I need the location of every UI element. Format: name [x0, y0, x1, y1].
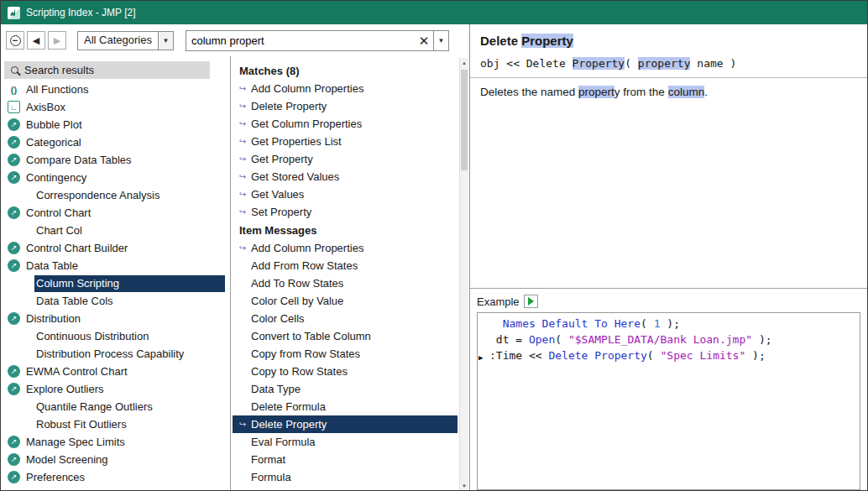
- chevron-down-icon[interactable]: ▼: [158, 32, 173, 50]
- search-history-arrow[interactable]: ▼: [434, 30, 449, 51]
- tree-item-quantile-range-outliers[interactable]: Quantile Range Outliers: [1, 398, 230, 415]
- match-item-color-cell-by-value[interactable]: Color Cell by Value: [233, 292, 458, 310]
- search-field: ✕: [186, 30, 434, 51]
- parens-icon: (): [8, 83, 20, 96]
- tree-item-label: Bubble Plot: [24, 117, 87, 133]
- match-item-get-stored-values[interactable]: ↪Get Stored Values: [233, 168, 458, 185]
- match-item-label: Delete Property: [251, 98, 332, 115]
- scroll-up-icon[interactable]: ▲: [460, 58, 468, 67]
- match-item-format[interactable]: Format: [233, 451, 458, 468]
- tree-item-correspondence-analysis[interactable]: Correspondence Analysis: [1, 186, 230, 204]
- tree-item-continuous-distribution[interactable]: Continuous Distribution: [1, 327, 230, 345]
- match-item-add-column-properties[interactable]: ↪Add Column Properties: [233, 239, 458, 257]
- back-button[interactable]: ◀: [27, 31, 45, 50]
- tree-item-compare-data-tables[interactable]: ↗Compare Data Tables: [1, 151, 230, 169]
- matches-list: ↪Add Column Properties↪Delete Property↪G…: [233, 80, 458, 221]
- tree-item-data-table-cols[interactable]: Data Table Cols: [1, 292, 230, 310]
- match-item-label: Get Stored Values: [251, 169, 344, 185]
- tree-item-label: Continuous Distribution: [34, 328, 154, 345]
- tree-item-explore-outliers[interactable]: ↗Explore Outliers: [1, 380, 230, 398]
- code-token: dt =: [489, 333, 529, 346]
- tree-item-label: Column Scripting: [34, 275, 225, 292]
- match-item-color-cells[interactable]: Color Cells: [233, 310, 458, 327]
- match-item-delete-formula[interactable]: Delete Formula: [233, 398, 458, 415]
- tree-item-label: Quantile Range Outliers: [34, 399, 158, 415]
- match-item-get-values[interactable]: ↪Get Values: [233, 185, 458, 203]
- match-item-add-column-properties[interactable]: ↪Add Column Properties: [233, 80, 458, 97]
- tree-item-label: Explore Outliers: [24, 381, 108, 398]
- match-item-get-column-properties[interactable]: ↪Get Column Properties: [233, 115, 458, 133]
- match-item-label: Eval Formula: [251, 434, 321, 451]
- tree-item-label: Data Table: [24, 258, 83, 274]
- tree-item-manage-spec-limits[interactable]: ↗Manage Spec Limits: [1, 433, 230, 451]
- tree-item-label: Model Screening: [24, 452, 113, 468]
- tree-item-preferences[interactable]: ↗Preferences: [1, 468, 230, 486]
- match-item-eval-formula[interactable]: Eval Formula: [233, 433, 458, 451]
- match-item-add-from-row-states[interactable]: Add From Row States: [233, 257, 458, 274]
- category-icon: ↗: [8, 154, 20, 166]
- script-icon: ↪: [239, 208, 251, 217]
- matches-count-header: Matches (8): [233, 61, 458, 80]
- tree-item-categorical[interactable]: ↗Categorical: [1, 133, 230, 151]
- title-bar: Scripting Index - JMP [2]: [1, 1, 867, 24]
- match-item-set-property[interactable]: ↪Set Property: [233, 203, 458, 221]
- tree-item-axisbox[interactable]: ∟AxisBox: [1, 98, 230, 116]
- category-icon: ↗: [8, 436, 20, 448]
- script-icon: ↪: [239, 120, 251, 128]
- tree-item-label: Contingency: [24, 170, 92, 186]
- run-script-icon[interactable]: [524, 295, 538, 308]
- tree-item-label: Correspondence Analysis: [34, 187, 165, 204]
- code-token: [489, 317, 503, 330]
- tree-item-chart-col[interactable]: Chart Col: [1, 222, 230, 239]
- tree-item-label: Manage Spec Limits: [24, 434, 130, 451]
- tree-item-label: Chart Col: [34, 222, 87, 239]
- code-line: Names Default To Here( 1 );: [478, 316, 860, 332]
- tree-item-distribution[interactable]: ↗Distribution: [1, 310, 230, 327]
- category-tree-panel: Search results ()All Functions∟AxisBox↗B…: [1, 56, 230, 490]
- match-item-label: Get Property: [251, 151, 318, 168]
- match-item-get-property[interactable]: ↪Get Property: [233, 150, 458, 168]
- match-item-convert-to-table-column[interactable]: Convert to Table Column: [233, 327, 458, 345]
- search-highlight: propert: [578, 86, 614, 98]
- tree-item-model-screening[interactable]: ↗Model Screening: [1, 451, 230, 468]
- match-item-copy-to-row-states[interactable]: Copy to Row States: [233, 363, 458, 380]
- category-icon: ↗: [8, 365, 20, 378]
- match-item-delete-property[interactable]: ↪Delete Property: [233, 97, 458, 115]
- tree-item-contingency[interactable]: ↗Contingency: [1, 169, 230, 186]
- scrollbar-thumb[interactable]: [461, 70, 468, 170]
- match-item-delete-property[interactable]: ↪Delete Property: [233, 415, 458, 433]
- tree-item-distribution-process-capability[interactable]: Distribution Process Capability: [1, 345, 230, 363]
- forward-button[interactable]: ▶: [48, 31, 66, 50]
- tree-item-column-scripting[interactable]: Column Scripting: [1, 274, 230, 292]
- tree-item-all-functions[interactable]: ()All Functions: [1, 81, 230, 98]
- code-token: (: [647, 349, 661, 362]
- tree-item-control-chart[interactable]: ↗Control Chart: [1, 204, 230, 222]
- tree-item-control-chart-builder[interactable]: ↗Control Chart Builder: [1, 239, 230, 257]
- match-item-get-properties-list[interactable]: ↪Get Properties List: [233, 133, 458, 150]
- tree-item-robust-fit-outliers[interactable]: Robust Fit Outliers: [1, 415, 230, 433]
- search-highlight: property: [638, 57, 691, 70]
- execution-marker-icon: ▶: [478, 350, 483, 366]
- tree-item-ewma-control-chart[interactable]: ↗EWMA Control Chart: [1, 363, 230, 380]
- match-item-data-type[interactable]: Data Type: [233, 380, 458, 398]
- collapse-all-button[interactable]: −: [6, 31, 24, 50]
- match-item-copy-from-row-states[interactable]: Copy from Row States: [233, 345, 458, 363]
- tree-item-data-table[interactable]: ↗Data Table: [1, 257, 230, 274]
- tree-item-label: Robust Fit Outliers: [34, 416, 132, 433]
- scroll-down-icon[interactable]: ▼: [460, 481, 468, 490]
- tree-item-bubble-plot[interactable]: ↗Bubble Plot: [1, 116, 230, 133]
- code-token: Open: [529, 333, 555, 346]
- match-item-formula[interactable]: Formula: [233, 468, 458, 486]
- category-dropdown[interactable]: All Categories ▼: [77, 31, 174, 50]
- match-item-label: Delete Property: [251, 416, 332, 433]
- example-code-editor[interactable]: Names Default To Here( 1 ); dt = Open( "…: [477, 312, 860, 490]
- matches-scrollbar[interactable]: ▲ ▼: [459, 58, 468, 490]
- clear-search-icon[interactable]: ✕: [415, 34, 433, 47]
- example-header-row: Example: [477, 295, 860, 308]
- detail-head: Delete Property obj << Delete Property( …: [470, 24, 867, 77]
- search-results-header[interactable]: Search results: [4, 61, 210, 79]
- code-token: );: [752, 333, 771, 346]
- search-input[interactable]: [186, 34, 415, 47]
- match-item-label: Convert to Table Column: [251, 328, 376, 345]
- match-item-add-to-row-states[interactable]: Add To Row States: [233, 274, 458, 292]
